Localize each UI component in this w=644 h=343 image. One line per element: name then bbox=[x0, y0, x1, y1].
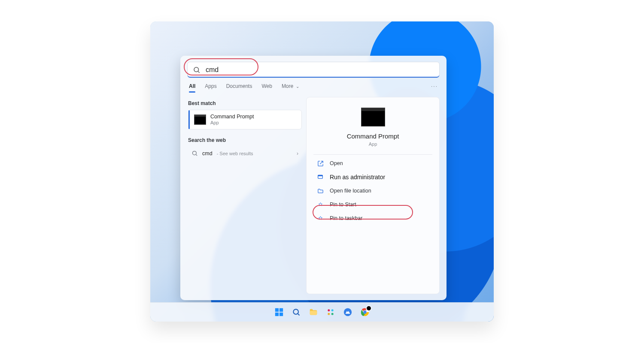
pin-icon bbox=[317, 215, 324, 222]
notification-badge-icon bbox=[366, 305, 372, 311]
svg-rect-7 bbox=[279, 308, 283, 312]
best-match-heading: Best match bbox=[188, 100, 302, 106]
action-pin-to-taskbar[interactable]: Pin to taskbar bbox=[314, 211, 431, 225]
shield-icon bbox=[317, 174, 324, 181]
svg-point-13 bbox=[328, 309, 330, 311]
search-icon bbox=[193, 66, 200, 74]
svg-line-1 bbox=[198, 71, 199, 72]
action-pin-to-start[interactable]: Pin to Start bbox=[314, 198, 431, 211]
preview-title: Command Prompt bbox=[347, 132, 399, 140]
best-match-title: Command Prompt bbox=[210, 114, 254, 120]
search-filter-tabs: All Apps Documents Web More ⌄ ··· bbox=[180, 78, 447, 93]
svg-line-11 bbox=[298, 314, 300, 316]
action-label: Open file location bbox=[330, 188, 371, 194]
selection-indicator bbox=[188, 110, 190, 129]
command-prompt-icon bbox=[361, 108, 385, 126]
action-label: Run as administrator bbox=[330, 174, 385, 181]
best-match-subtitle: App bbox=[210, 120, 254, 126]
web-search-hint: - See web results bbox=[217, 151, 253, 156]
tab-web[interactable]: Web bbox=[261, 83, 272, 89]
action-label: Pin to Start bbox=[330, 202, 356, 208]
web-search-item[interactable]: cmd - See web results › bbox=[188, 147, 302, 160]
action-run-as-administrator[interactable]: Run as administrator bbox=[314, 170, 431, 184]
taskbar-slack-button[interactable] bbox=[324, 305, 337, 319]
pin-icon bbox=[317, 201, 324, 208]
svg-point-2 bbox=[193, 151, 197, 155]
taskbar-nordvpn-button[interactable] bbox=[341, 305, 355, 319]
preview-subtitle: App bbox=[369, 141, 377, 147]
action-open-file-location[interactable]: Open file location bbox=[314, 184, 431, 198]
open-icon bbox=[317, 160, 324, 167]
action-open[interactable]: Open bbox=[314, 156, 431, 170]
taskbar-file-explorer-button[interactable] bbox=[307, 305, 320, 319]
action-label: Open bbox=[330, 160, 343, 166]
start-search-panel: All Apps Documents Web More ⌄ ··· Best m… bbox=[180, 56, 447, 300]
folder-icon bbox=[317, 187, 324, 194]
chevron-right-icon: › bbox=[297, 150, 298, 156]
svg-rect-8 bbox=[275, 313, 279, 316]
taskbar-start-button[interactable] bbox=[272, 305, 286, 319]
taskbar-chrome-button[interactable] bbox=[358, 305, 372, 319]
command-prompt-icon bbox=[194, 114, 206, 125]
taskbar bbox=[150, 302, 494, 322]
search-input[interactable] bbox=[205, 66, 434, 74]
chevron-down-icon: ⌄ bbox=[296, 84, 299, 89]
search-icon bbox=[191, 150, 198, 156]
svg-rect-5 bbox=[318, 175, 323, 176]
tab-apps[interactable]: Apps bbox=[205, 83, 216, 89]
svg-rect-9 bbox=[279, 313, 283, 316]
tab-all[interactable]: All bbox=[189, 83, 195, 89]
tab-more[interactable]: More ⌄ bbox=[282, 83, 299, 89]
desktop-screenshot: All Apps Documents Web More ⌄ ··· Best m… bbox=[150, 21, 494, 322]
taskbar-search-button[interactable] bbox=[289, 305, 303, 319]
svg-point-19 bbox=[363, 310, 366, 313]
web-search-query: cmd bbox=[202, 150, 213, 156]
svg-line-3 bbox=[196, 155, 197, 156]
svg-rect-6 bbox=[275, 308, 279, 312]
preview-pane: Command Prompt App Open bbox=[306, 97, 440, 294]
results-column: Best match Command Prompt App Search the… bbox=[180, 93, 302, 300]
search-the-web-heading: Search the web bbox=[188, 137, 302, 143]
best-match-item[interactable]: Command Prompt App bbox=[188, 110, 302, 129]
svg-point-16 bbox=[331, 313, 334, 315]
divider bbox=[313, 154, 432, 155]
action-label: Pin to taskbar bbox=[330, 215, 362, 221]
svg-rect-12 bbox=[310, 311, 317, 315]
tab-documents[interactable]: Documents bbox=[226, 83, 252, 89]
svg-point-10 bbox=[293, 309, 298, 314]
svg-point-14 bbox=[331, 309, 334, 311]
svg-point-15 bbox=[328, 313, 330, 315]
svg-point-0 bbox=[194, 67, 199, 72]
search-bar[interactable] bbox=[187, 62, 440, 78]
more-options-button[interactable]: ··· bbox=[431, 83, 438, 89]
